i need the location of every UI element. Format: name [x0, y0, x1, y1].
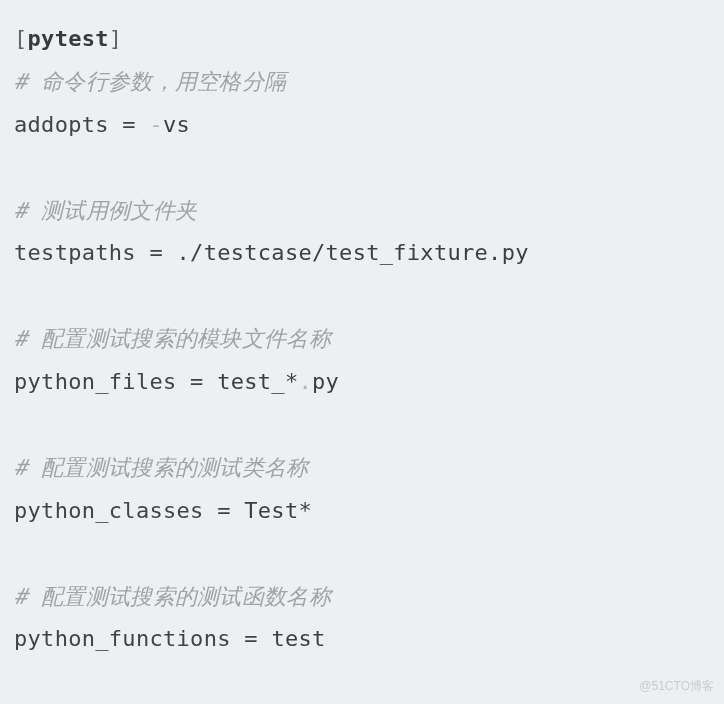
dash: -	[149, 112, 163, 137]
code-block: [pytest] # 命令行参数，用空格分隔 addopts = -vs # 测…	[14, 18, 710, 661]
blank-line	[14, 533, 710, 576]
equals-op: =	[177, 369, 218, 394]
comment-line: # 测试用例文件夹	[14, 190, 710, 233]
config-value-tail: py	[312, 369, 339, 394]
config-line-testpaths: testpaths = ./testcase/test_fixture.py	[14, 232, 710, 275]
star: *	[298, 498, 312, 523]
section-header: [pytest]	[14, 18, 710, 61]
comment-line: # 命令行参数，用空格分隔	[14, 61, 710, 104]
section-name: pytest	[28, 26, 109, 51]
comment-line: # 配置测试搜索的模块文件名称	[14, 318, 710, 361]
dot: .	[298, 369, 312, 394]
config-value: Test	[244, 498, 298, 523]
equals-op: =	[109, 112, 150, 137]
equals-op: =	[136, 240, 177, 265]
bracket-open: [	[14, 26, 28, 51]
bracket-close: ]	[109, 26, 123, 51]
config-line-addopts: addopts = -vs	[14, 104, 710, 147]
config-value: test_	[217, 369, 285, 394]
config-line-python-classes: python_classes = Test*	[14, 490, 710, 533]
config-value: vs	[163, 112, 190, 137]
config-key: python_functions	[14, 626, 231, 651]
config-key: python_files	[14, 369, 177, 394]
blank-line	[14, 147, 710, 190]
config-key: testpaths	[14, 240, 136, 265]
watermark: @51CTO博客	[639, 675, 714, 698]
star: *	[285, 369, 299, 394]
config-line-python-functions: python_functions = test	[14, 618, 710, 661]
config-key: addopts	[14, 112, 109, 137]
config-value: ./testcase/test_fixture.py	[177, 240, 529, 265]
equals-op: =	[231, 626, 272, 651]
config-key: python_classes	[14, 498, 204, 523]
blank-line	[14, 275, 710, 318]
comment-line: # 配置测试搜索的测试类名称	[14, 447, 710, 490]
config-line-python-files: python_files = test_*.py	[14, 361, 710, 404]
config-value: test	[271, 626, 325, 651]
equals-op: =	[204, 498, 245, 523]
comment-line: # 配置测试搜索的测试函数名称	[14, 576, 710, 619]
blank-line	[14, 404, 710, 447]
